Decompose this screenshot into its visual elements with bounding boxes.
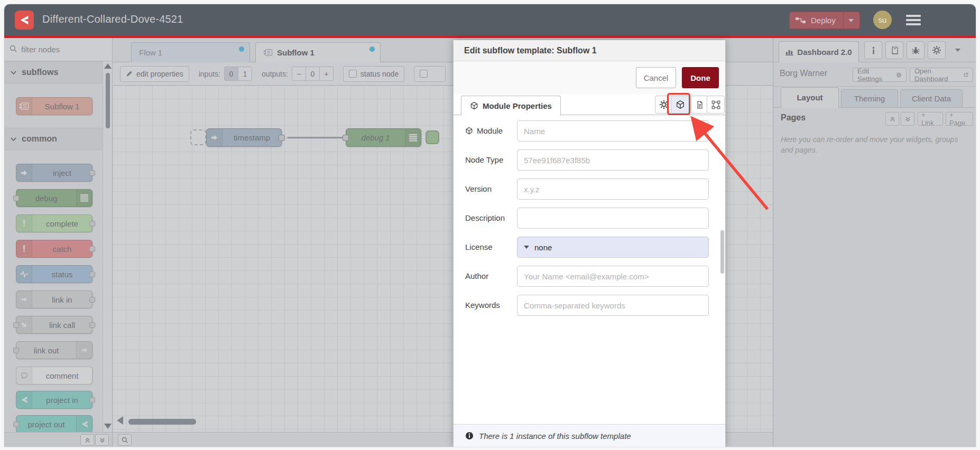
description-tab-button[interactable] (691, 96, 709, 114)
outputs-minus-button[interactable]: − (292, 67, 306, 81)
appearance-tab-button[interactable] (707, 96, 725, 114)
subflow-icon (263, 49, 273, 57)
inputs-one-button[interactable]: 1 (238, 67, 252, 81)
dialog-scrollbar-thumb[interactable] (720, 230, 724, 274)
palette-node-debug[interactable]: debug (16, 189, 93, 207)
node-port[interactable] (13, 348, 19, 353)
debug-enable-toggle[interactable] (426, 130, 439, 144)
tab-module-properties[interactable]: Module Properties (461, 96, 561, 116)
status-node-toggle[interactable]: status node (343, 66, 404, 82)
palette-node-catch[interactable]: ! catch (16, 240, 93, 258)
subflow-input-stub[interactable] (190, 129, 206, 145)
palette-node-status[interactable]: status (16, 265, 93, 283)
module-field[interactable] (517, 120, 709, 142)
node-port[interactable] (13, 195, 19, 201)
tab-info-button[interactable] (864, 41, 882, 59)
palette-node-link-out[interactable]: link out (16, 341, 93, 359)
node-port[interactable] (89, 297, 95, 303)
inject-arrow-icon (207, 129, 223, 146)
palette-section-common[interactable]: common (4, 128, 103, 150)
node-port[interactable] (89, 397, 95, 403)
description-field[interactable] (517, 208, 709, 229)
node-port[interactable] (89, 246, 95, 252)
tab-theming[interactable]: Theming (841, 89, 898, 108)
info-icon (872, 46, 875, 54)
tab-config-button[interactable] (928, 41, 946, 59)
checkbox[interactable] (420, 70, 428, 78)
expand-all-button[interactable] (95, 434, 109, 446)
keywords-field[interactable] (517, 295, 709, 316)
scrollbar-left-arrow[interactable] (117, 416, 123, 425)
external-link-icon (963, 72, 968, 78)
search-flows-button[interactable] (118, 434, 132, 446)
palette-search[interactable] (4, 38, 112, 61)
edit-settings-button[interactable]: Edit Settings (853, 68, 907, 82)
node-port[interactable] (279, 135, 285, 141)
author-field[interactable] (517, 266, 709, 287)
horizontal-scrollbar-thumb[interactable] (128, 419, 196, 425)
palette-section-subflows[interactable]: subflows (4, 61, 103, 83)
search-input[interactable] (21, 45, 95, 54)
palette-node-link-in[interactable]: link in (16, 290, 93, 308)
pages-header-row: Pages + Link + Page (773, 108, 976, 130)
done-button[interactable]: Done (682, 67, 719, 88)
tab-debug-button[interactable] (907, 41, 924, 59)
palette-node-link-call[interactable]: link call (16, 316, 93, 334)
hamburger-menu-icon[interactable] (906, 15, 921, 25)
flowfuse-logo-icon (16, 391, 32, 408)
node-port[interactable] (89, 271, 95, 277)
version-field[interactable] (517, 179, 709, 200)
palette-node-project-in[interactable]: project in (16, 391, 93, 409)
subflow-icon (16, 98, 32, 115)
palette-node-project-out[interactable]: project out (16, 415, 93, 433)
collapse-all-button[interactable] (80, 434, 94, 446)
user-avatar[interactable]: su (873, 11, 892, 29)
add-link-button[interactable]: + Link (918, 112, 943, 126)
scroll-up-icon[interactable] (104, 63, 112, 69)
deploy-button[interactable]: Deploy (789, 12, 860, 29)
open-dashboard-button[interactable]: Open Dashboard (910, 68, 973, 82)
status-node-checkbox[interactable] (349, 70, 357, 78)
tab-help-button[interactable] (885, 41, 903, 59)
cancel-button[interactable]: Cancel (636, 67, 676, 88)
palette-scrollbar[interactable] (103, 61, 112, 432)
move-down-button[interactable] (901, 112, 914, 126)
status-pulse-icon (16, 266, 32, 283)
palette-node-complete[interactable]: ! complete (16, 214, 93, 232)
clipped-toolbar-button[interactable] (414, 66, 446, 82)
tab-dashboard-2[interactable]: Dashboard 2.0 (779, 41, 859, 62)
node-type-field[interactable] (517, 149, 709, 171)
caret-down-icon[interactable] (848, 19, 854, 22)
license-select[interactable]: none (517, 237, 709, 258)
outputs-plus-button[interactable]: + (319, 67, 334, 81)
node-port[interactable] (89, 170, 95, 176)
info-circle-icon (465, 432, 474, 440)
tab-layout[interactable]: Layout (781, 87, 839, 108)
inputs-zero-button[interactable]: 0 (224, 67, 238, 81)
form-row-keywords: Keywords (454, 295, 725, 317)
sidebar-menu-caret[interactable] (955, 49, 960, 52)
add-page-button[interactable]: + Page (946, 112, 973, 126)
wire[interactable] (287, 137, 346, 138)
pencil-icon (126, 70, 133, 77)
edit-properties-button[interactable]: edit properties (120, 66, 189, 82)
canvas-node-debug-1[interactable]: debug 1 (346, 128, 421, 147)
node-port[interactable] (89, 322, 95, 328)
palette-node-comment[interactable]: comment (16, 367, 93, 385)
dialog-title: Edit subflow template: Subflow 1 (454, 40, 725, 61)
palette-node-inject[interactable]: inject (16, 164, 93, 182)
tab-subflow-1[interactable]: Subflow 1 (255, 42, 381, 62)
tab-flow-1[interactable]: Flow 1 (131, 42, 250, 62)
node-port[interactable] (13, 421, 19, 427)
scrollbar-thumb[interactable] (106, 73, 110, 128)
chevron-down-icon (11, 71, 16, 74)
palette-node-subflow-1[interactable]: Subflow 1 (16, 97, 93, 115)
canvas-node-timestamp[interactable]: timestamp (206, 128, 282, 147)
module-properties-form: Module Node Type Version Description (454, 115, 725, 424)
node-port[interactable] (343, 135, 349, 141)
unsaved-dot (239, 46, 244, 52)
move-up-button[interactable] (885, 112, 899, 126)
scroll-down-icon[interactable] (104, 424, 112, 429)
node-port[interactable] (89, 221, 95, 227)
tab-client-data[interactable]: Client Data (900, 89, 963, 108)
